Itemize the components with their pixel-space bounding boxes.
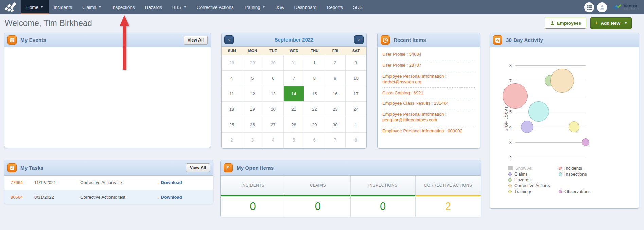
open-items-count[interactable]: 0 [351, 195, 415, 217]
calendar-day[interactable]: 29 [304, 117, 325, 133]
calendar-day[interactable]: 7 [284, 71, 304, 86]
calendar-day[interactable]: 22 [304, 102, 325, 117]
calendar-day[interactable]: 16 [325, 86, 346, 102]
employees-button[interactable]: Employees [545, 18, 586, 29]
nav-item-jsa[interactable]: JSA [271, 0, 289, 14]
calendar-day[interactable]: 11 [222, 86, 242, 102]
user-profile-button[interactable] [597, 2, 607, 12]
nav-item-hazards[interactable]: Hazards [140, 0, 167, 14]
calendar-day[interactable]: 30 [325, 117, 346, 133]
legend-item-trainings[interactable]: Trainings [508, 189, 559, 194]
my-events-body [4, 47, 211, 148]
calendar-day[interactable]: 13 [263, 86, 284, 102]
calendar-day[interactable]: 10 [346, 71, 366, 86]
nav-item-dashboard[interactable]: Dashboard [289, 0, 321, 14]
task-id-link[interactable]: 77664 [4, 180, 34, 185]
calendar-day[interactable]: 3 [346, 55, 366, 71]
calendar-day[interactable]: 2 [222, 133, 242, 148]
open-items-count[interactable]: 2 [416, 195, 481, 217]
calendar-day[interactable]: 6 [304, 133, 325, 148]
open-items-count[interactable]: 0 [221, 195, 285, 217]
calendar-day[interactable]: 4 [222, 71, 242, 86]
legend-item-show-all[interactable]: Show All [508, 166, 559, 171]
task-description: Corrective Actions: test [80, 195, 157, 200]
bubble-corrective-actions [550, 69, 574, 93]
calendar-day[interactable]: 20 [263, 102, 284, 117]
calendar-day[interactable]: 28 [222, 55, 242, 71]
app-grid-button[interactable] [584, 2, 594, 12]
open-items-column-label: CORRECTIVE ACTIONS [416, 176, 481, 195]
calendar-day[interactable]: 5 [284, 133, 304, 148]
legend-item-hazards[interactable]: Hazards [508, 177, 591, 182]
task-description: Corrective Actions: fix [80, 180, 157, 185]
calendar-day[interactable]: 30 [263, 55, 284, 71]
bubble-trainings [569, 121, 579, 132]
recent-item-link[interactable]: Employee Personal Information : peng.lor… [382, 109, 475, 126]
calendar-day[interactable]: 8 [346, 133, 366, 148]
task-id-link[interactable]: 80564 [4, 195, 34, 200]
legend-item-incidents[interactable]: Incidents [559, 166, 591, 171]
nav-item-sds[interactable]: SDS [348, 0, 368, 14]
download-link[interactable]: ↓Download [157, 195, 213, 200]
nav-item-incidents[interactable]: Incidents [49, 0, 77, 14]
legend-item-observations[interactable]: Observations [559, 189, 591, 194]
calendar-day[interactable]: 31 [284, 55, 304, 71]
calendar-day[interactable]: 18 [222, 102, 242, 117]
calendar-day[interactable]: 3 [242, 133, 263, 148]
calendar-day[interactable]: 6 [263, 71, 284, 86]
calendar-day[interactable]: 4 [263, 133, 284, 148]
legend-item-claims[interactable]: Claims [508, 171, 559, 177]
open-items-column: INSPECTIONS0 [351, 176, 416, 217]
my-tasks-view-all-button[interactable]: View All [186, 163, 210, 172]
add-new-button[interactable]: + Add New ▼ [590, 17, 632, 29]
calendar-day[interactable]: 1 [346, 117, 366, 133]
nav-item-claims[interactable]: Claims▼ [77, 0, 106, 14]
recent-item-link[interactable]: Class Catalog : 6921 [382, 88, 475, 99]
calendar-day[interactable]: 24 [346, 102, 366, 117]
calendar-day[interactable]: 23 [325, 102, 346, 117]
y-tick-label: 7 [502, 78, 512, 83]
nav-item-reports[interactable]: Reports [322, 0, 348, 14]
legend-label: Inspections [564, 171, 587, 177]
calendar-day[interactable]: 15 [304, 86, 325, 102]
calendar-day[interactable]: 29 [242, 55, 263, 71]
download-link[interactable]: ↓Download [157, 180, 213, 185]
calendar-day[interactable]: 27 [263, 117, 284, 133]
calendar-day[interactable]: 19 [242, 102, 263, 117]
recent-item-link[interactable]: User Profile : 54034 [382, 49, 475, 60]
legend-item-inspections[interactable]: Inspections [559, 171, 591, 177]
recent-item-link[interactable]: Employee Personal Information : rtarbet@… [382, 71, 475, 88]
open-items-count[interactable]: 0 [285, 195, 350, 217]
calendar-day[interactable]: 17 [346, 86, 366, 102]
calendar-day[interactable]: 5 [242, 71, 263, 86]
chevron-down-icon: ▼ [40, 5, 43, 9]
recent-item-link[interactable]: Employee Personal Information : 000002 [382, 126, 475, 136]
legend-item-corrective-actions[interactable]: Corrective Actions [508, 183, 591, 188]
calendar-prev-button[interactable]: ‹ [224, 35, 234, 44]
calendar-day[interactable]: 1 [304, 55, 325, 71]
calendar-day[interactable]: 28 [284, 117, 304, 133]
calendar-day[interactable]: 2 [325, 55, 346, 71]
app-logo[interactable] [0, 0, 21, 14]
nav-item-bbs[interactable]: BBS▼ [167, 0, 192, 14]
calendar-day[interactable]: 25 [222, 117, 242, 133]
recent-items-list: User Profile : 54034User Profile : 28737… [378, 47, 480, 138]
recent-item-link[interactable]: Employee Class Results : 231464 [382, 98, 475, 109]
nav-item-inspections[interactable]: Inspections [106, 0, 140, 14]
nav-item-corrective-actions[interactable]: Corrective Actions [192, 0, 239, 14]
calendar-day[interactable]: 9 [325, 71, 346, 86]
calendar-day[interactable]: 26 [242, 117, 263, 133]
calendar-day[interactable]: 8 [304, 71, 325, 86]
calendar-day[interactable]: 7 [325, 133, 346, 148]
task-row: 805648/31/2022Corrective Actions: test↓D… [4, 190, 213, 204]
my-events-view-all-button[interactable]: View All [184, 36, 208, 45]
activity-title: 30 Day Activity [506, 37, 543, 43]
calendar-day[interactable]: 12 [242, 86, 263, 102]
calendar-day[interactable]: 21 [284, 102, 304, 117]
recent-item-link[interactable]: User Profile : 28737 [382, 60, 475, 71]
nav-item-training[interactable]: Training▼ [239, 0, 270, 14]
legend-label: Claims [514, 171, 528, 177]
calendar-day-selected[interactable]: 14 [284, 86, 304, 102]
calendar-next-button[interactable]: › [354, 35, 364, 44]
nav-item-home[interactable]: Home▼ [21, 0, 49, 14]
